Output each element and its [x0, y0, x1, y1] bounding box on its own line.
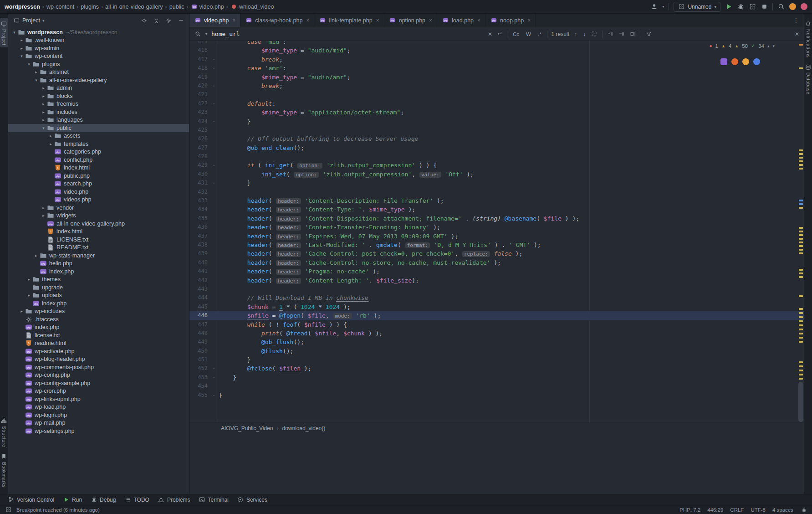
line-number[interactable]: 417: [189, 55, 209, 64]
tree-item[interactable]: ▾wp-content: [8, 52, 189, 61]
close-tab-icon[interactable]: ×: [429, 17, 432, 24]
code-line[interactable]: 421: [189, 90, 804, 99]
tree-collapse-arrow-icon[interactable]: ▸: [40, 110, 47, 114]
tree-item[interactable]: phpwp-cron.php: [8, 387, 189, 396]
code-line[interactable]: 420› break;: [189, 82, 804, 90]
tree-item[interactable]: phpindex.php: [8, 267, 189, 276]
code-line[interactable]: 438 header( header: 'Last-Modified: ' . …: [189, 241, 804, 249]
update-notification-badge[interactable]: [789, 3, 796, 10]
tool-window-button-terminal[interactable]: Terminal: [199, 496, 229, 504]
code-line[interactable]: 423 $mime_type = "application/octet-stre…: [189, 108, 804, 117]
tree-collapse-arrow-icon[interactable]: ▸: [33, 70, 40, 74]
breadcrumb-item[interactable]: plugins: [81, 4, 99, 10]
remove-selection-button[interactable]: [618, 31, 625, 38]
status-item[interactable]: 4 spaces: [772, 507, 793, 513]
line-number[interactable]: 437: [189, 232, 209, 241]
line-number[interactable]: 426: [189, 134, 209, 143]
code-line[interactable]: 447 while ( ! feof( $nfile ) ) {: [189, 320, 804, 329]
match-case-toggle[interactable]: Cc: [511, 31, 521, 37]
code-line[interactable]: 422› default:: [189, 99, 804, 108]
code-line[interactable]: 442 header( header: 'Content-Length: '. …: [189, 276, 804, 285]
tree-item[interactable]: ▸assets: [8, 132, 189, 140]
line-number[interactable]: 436: [189, 223, 209, 231]
next-problem-icon[interactable]: ▾: [772, 44, 775, 48]
line-number[interactable]: 430: [189, 170, 209, 179]
tree-collapse-arrow-icon[interactable]: ▸: [47, 142, 54, 146]
lock-icon[interactable]: [800, 506, 807, 514]
line-number[interactable]: 424: [189, 117, 209, 126]
tree-item[interactable]: ▸languages: [8, 116, 189, 124]
tree-collapse-arrow-icon[interactable]: ▸: [18, 309, 25, 314]
code-line[interactable]: 454: [189, 382, 804, 391]
fold-marker-icon[interactable]: ›: [209, 179, 219, 187]
status-item[interactable]: UTF-8: [751, 507, 766, 513]
status-item[interactable]: CRLF: [730, 507, 744, 513]
line-number[interactable]: 448: [189, 329, 209, 338]
tree-item[interactable]: ▸vendor: [8, 204, 189, 212]
previous-problem-icon[interactable]: ▴: [767, 44, 770, 48]
line-number[interactable]: 435: [189, 214, 209, 223]
tree-item[interactable]: phpall-in-one-video-gallery.php: [8, 220, 189, 228]
tree-item[interactable]: phpwp-blog-header.php: [8, 355, 189, 364]
tree-item[interactable]: README.txt: [8, 244, 189, 252]
words-toggle[interactable]: W: [525, 31, 532, 37]
fold-marker-icon[interactable]: ›: [209, 117, 219, 126]
tool-strip-button-notifications[interactable]: Notifications: [804, 18, 812, 60]
code-line[interactable]: 431› }: [189, 179, 804, 187]
close-tab-icon[interactable]: ×: [306, 17, 309, 24]
hide-panel-button[interactable]: [177, 17, 184, 24]
tree-collapse-arrow-icon[interactable]: ▸: [40, 86, 47, 90]
code-line[interactable]: 430 ini_set( option: 'zlib.output_compre…: [189, 170, 804, 179]
code-line[interactable]: 434 header( header: 'Content-Type: '. $m…: [189, 205, 804, 214]
tree-collapse-arrow-icon[interactable]: ▸: [40, 102, 47, 106]
clear-search-icon[interactable]: ✕: [488, 31, 492, 37]
editor-tab[interactable]: phpload.php×: [437, 14, 485, 27]
tree-item[interactable]: ▾plugins: [8, 60, 189, 68]
breadcrumb-item[interactable]: video.php: [199, 4, 224, 10]
tree-item[interactable]: license.txt: [8, 331, 189, 339]
search-in-selection-button[interactable]: [629, 31, 637, 38]
built-in-preview-icon[interactable]: [720, 58, 727, 65]
tree-item[interactable]: ▸wp-includes: [8, 308, 189, 316]
regex-toggle[interactable]: .*: [536, 31, 543, 37]
tree-collapse-arrow-icon[interactable]: ▸: [40, 206, 47, 210]
status-item[interactable]: PHP: 7.2: [679, 507, 700, 513]
close-tab-icon[interactable]: ×: [527, 17, 531, 24]
panel-settings-button[interactable]: [165, 17, 172, 24]
code-line[interactable]: 435 header( header: 'Content-Disposition…: [189, 214, 804, 223]
tree-item[interactable]: ▸includes: [8, 108, 189, 116]
tree-expanded-arrow-icon[interactable]: ▾: [18, 54, 25, 58]
close-tab-icon[interactable]: ×: [376, 17, 379, 24]
line-number[interactable]: 431: [189, 179, 209, 187]
close-tab-icon[interactable]: ×: [477, 17, 480, 24]
tool-window-button-problems[interactable]: Problems: [158, 496, 190, 504]
tree-item[interactable]: ▸admin: [8, 84, 189, 93]
tree-item[interactable]: phpcategories.php: [8, 148, 189, 156]
tree-item[interactable]: phpwp-mail.php: [8, 419, 189, 427]
editor-tab[interactable]: phpclass-wp-hook.php×: [240, 14, 314, 27]
user-menu-chevron-icon[interactable]: ▾: [662, 5, 664, 9]
code-line[interactable]: 439 header( header: 'Cache-Control: post…: [189, 249, 804, 258]
line-number[interactable]: 449: [189, 338, 209, 346]
tree-item[interactable]: phpwp-links-opml.php: [8, 395, 189, 403]
code-line[interactable]: 451 }: [189, 355, 804, 364]
line-number[interactable]: 420: [189, 82, 209, 90]
line-number[interactable]: 441: [189, 267, 209, 276]
collapse-all-button[interactable]: [153, 17, 160, 24]
tree-item[interactable]: ▸themes: [8, 276, 189, 284]
tree-collapse-arrow-icon[interactable]: ▸: [18, 38, 25, 42]
close-tab-icon[interactable]: ×: [232, 17, 235, 24]
tree-expanded-arrow-icon[interactable]: ▾: [26, 62, 32, 67]
tree-item[interactable]: phpwp-settings.php: [8, 427, 189, 435]
code-line[interactable]: 417› break;: [189, 55, 804, 64]
tree-item[interactable]: phpvideos.php: [8, 196, 189, 204]
editor-tab[interactable]: phpnoop.php×: [485, 14, 536, 27]
code-line[interactable]: 440 header( header: 'Cache-Control: no-s…: [189, 258, 804, 267]
stop-button[interactable]: [761, 3, 768, 10]
tool-window-button-services[interactable]: Services: [237, 496, 267, 504]
tool-strip-button-bookmarks[interactable]: Bookmarks: [0, 451, 8, 490]
line-number[interactable]: 447: [189, 320, 209, 329]
editor-tab[interactable]: phplink-template.php×: [314, 14, 384, 27]
line-number[interactable]: 422: [189, 99, 209, 108]
debug-button[interactable]: [737, 3, 744, 10]
